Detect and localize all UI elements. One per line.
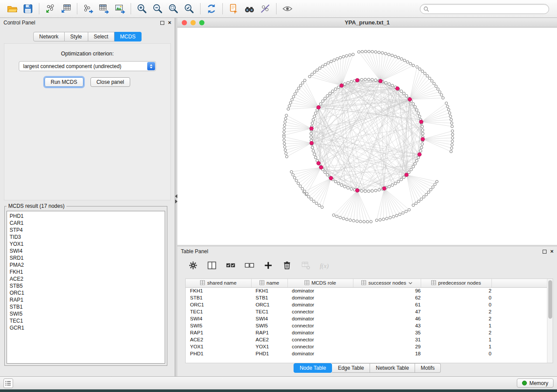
table-row[interactable]: YOX1YOX1connector291 <box>186 343 553 350</box>
table-cell[interactable]: TEC1 <box>251 308 287 315</box>
zoom-out-button[interactable] <box>150 1 166 16</box>
table-cell[interactable]: 31 <box>353 336 421 343</box>
open-session-button[interactable] <box>4 1 20 16</box>
minimize-window-icon[interactable] <box>190 20 196 25</box>
save-session-button[interactable] <box>20 1 36 16</box>
table-cell[interactable]: 0 <box>421 294 491 301</box>
refresh-layout-button[interactable] <box>204 1 219 16</box>
mcds-result-item[interactable]: ACE2 <box>10 275 165 282</box>
table-cell[interactable]: YOX1 <box>186 343 251 350</box>
maximize-window-icon[interactable] <box>199 20 204 25</box>
table-row[interactable]: SWI5SWI5connector431 <box>186 322 553 329</box>
tab-edge-table[interactable]: Edge Table <box>332 363 370 373</box>
table-cell[interactable]: RAP1 <box>251 329 287 336</box>
table-cell[interactable]: SWI5 <box>251 322 287 329</box>
memory-button[interactable]: Memory <box>517 378 554 388</box>
create-column-button[interactable] <box>262 259 274 272</box>
mcds-result-item[interactable]: SWI4 <box>10 248 165 254</box>
delete-columns-button[interactable] <box>281 259 293 272</box>
mcds-result-item[interactable]: FKH1 <box>10 268 165 275</box>
mcds-result-item[interactable]: YOX1 <box>10 241 165 248</box>
table-cell[interactable]: 2 <box>421 287 491 294</box>
table-scrollbar-thumb[interactable] <box>548 280 552 319</box>
table-cell[interactable]: connector <box>287 336 353 343</box>
close-panel-icon[interactable]: × <box>168 21 171 25</box>
table-row[interactable]: TEC1TEC1connector472 <box>186 308 553 315</box>
table-row[interactable]: STB1STB1dominator620 <box>186 294 553 301</box>
mcds-result-item[interactable]: STB1 <box>10 303 165 310</box>
table-cell[interactable]: TEC1 <box>186 308 251 315</box>
table-cell[interactable]: connector <box>287 308 353 315</box>
delete-table-button[interactable] <box>300 259 312 272</box>
table-cell[interactable]: 1 <box>421 322 491 329</box>
table-cell[interactable]: 43 <box>353 322 421 329</box>
table-cell[interactable]: STB1 <box>251 294 287 301</box>
run-mcds-button[interactable]: Run MCDS <box>45 77 83 87</box>
mcds-result-item[interactable]: SWI5 <box>10 310 165 317</box>
mcds-result-item[interactable]: GCR1 <box>10 324 165 331</box>
table-row[interactable]: SWI4SWI4dominator462 <box>186 315 553 322</box>
import-table-button[interactable] <box>58 1 74 16</box>
table-cell[interactable]: 0 <box>421 301 491 308</box>
table-cell[interactable]: FKH1 <box>251 287 287 294</box>
table-cell[interactable]: PHD1 <box>186 350 251 357</box>
network-canvas[interactable] <box>177 28 557 245</box>
global-search-input[interactable] <box>420 4 549 14</box>
table-cell[interactable]: 47 <box>353 308 421 315</box>
table-cell[interactable]: dominator <box>287 287 353 294</box>
column-header-MCDS-role[interactable]: MCDS role <box>287 279 353 287</box>
float-panel-icon[interactable] <box>160 21 164 25</box>
close-window-icon[interactable] <box>182 20 187 25</box>
table-cell[interactable]: dominator <box>287 350 353 357</box>
column-header-name[interactable]: name <box>251 279 287 287</box>
table-cell[interactable]: dominator <box>287 329 353 336</box>
table-cell[interactable]: STB1 <box>186 294 251 301</box>
tab-mcds[interactable]: MCDS <box>114 32 142 41</box>
criterion-select[interactable]: largest connected component (undirected) <box>19 61 156 71</box>
tab-node-table[interactable]: Node Table <box>294 363 332 373</box>
table-cell[interactable]: ORC1 <box>251 301 287 308</box>
network-titlebar[interactable]: YPA_prune.txt_1 <box>177 18 557 28</box>
table-cell[interactable]: YOX1 <box>251 343 287 350</box>
mcds-result-item[interactable]: STB5 <box>10 282 165 289</box>
table-cell[interactable]: 0 <box>421 350 491 357</box>
table-cell[interactable]: 2 <box>421 315 491 322</box>
zoom-in-button[interactable] <box>134 1 150 16</box>
table-cell[interactable]: 61 <box>353 301 421 308</box>
float-table-panel-icon[interactable] <box>543 250 547 254</box>
mcds-result-item[interactable]: PMA2 <box>10 261 165 268</box>
table-cell[interactable]: 18 <box>353 350 421 357</box>
table-cell[interactable]: SWI5 <box>186 322 251 329</box>
table-cell[interactable]: 29 <box>353 343 421 350</box>
function-builder-button[interactable]: f(x) <box>318 259 331 272</box>
table-cell[interactable]: 1 <box>421 343 491 350</box>
zoom-selected-button[interactable] <box>181 1 197 16</box>
table-cell[interactable]: ORC1 <box>186 301 251 308</box>
mcds-result-item[interactable]: CAR1 <box>10 220 165 227</box>
table-cell[interactable]: connector <box>287 343 353 350</box>
export-image-button[interactable] <box>112 1 128 16</box>
column-header-shared-name[interactable]: shared name <box>186 279 251 287</box>
table-row[interactable]: FKH1FKH1dominator962 <box>186 287 553 294</box>
zoom-fit-button[interactable] <box>166 1 181 16</box>
mcds-result-list[interactable]: PHD1CAR1STP4TID3YOX1SWI4SRD1PMA2FKH1ACE2… <box>7 211 165 364</box>
select-all-button[interactable] <box>225 259 237 272</box>
table-cell[interactable]: 96 <box>353 287 421 294</box>
table-cell[interactable]: 2 <box>421 308 491 315</box>
mcds-result-item[interactable]: STP4 <box>10 227 165 234</box>
tab-network-table[interactable]: Network Table <box>370 363 415 373</box>
table-cell[interactable]: SWI4 <box>186 315 251 322</box>
close-table-panel-icon[interactable]: × <box>550 249 554 254</box>
deselect-all-button[interactable] <box>243 259 256 272</box>
tab-style[interactable]: Style <box>65 32 88 41</box>
column-header-predecessor-nodes[interactable]: predecessor nodes <box>421 279 491 287</box>
table-cell[interactable]: ACE2 <box>251 336 287 343</box>
close-panel-button[interactable]: Close panel <box>90 77 130 87</box>
tab-select[interactable]: Select <box>88 32 114 41</box>
table-cell[interactable]: 62 <box>353 294 421 301</box>
export-table-button[interactable] <box>96 1 112 16</box>
table-cell[interactable]: RAP1 <box>186 329 251 336</box>
mcds-result-item[interactable]: RAP1 <box>10 296 165 303</box>
table-cell[interactable]: 46 <box>353 315 421 322</box>
table-cell[interactable]: dominator <box>287 301 353 308</box>
